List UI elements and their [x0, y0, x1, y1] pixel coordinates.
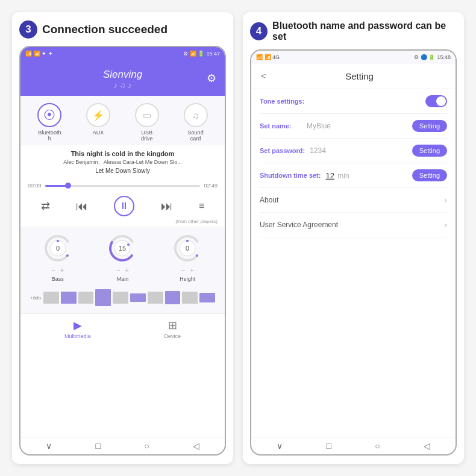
- left-panel-header: 3 Connection succeeded: [19, 20, 226, 39]
- aux-icon: ⚡: [86, 103, 110, 127]
- sys-triangle-btn[interactable]: ◁: [193, 441, 199, 451]
- eq-section: 0 − + Bass: [20, 227, 225, 313]
- r-sys-back-btn[interactable]: ∨: [277, 441, 283, 451]
- user-service-row[interactable]: User Service Agreement ›: [260, 213, 447, 237]
- multimedia-icon: ▶: [74, 319, 82, 332]
- source-sound[interactable]: ♫ Soundcard: [184, 103, 208, 142]
- tone-toggle[interactable]: [425, 95, 447, 107]
- shutdown-value[interactable]: 12 min: [325, 171, 407, 180]
- right-panel: 4 Bluetooth name and password can be set…: [243, 12, 464, 464]
- multimedia-label: Multimedia: [64, 333, 91, 339]
- step-4-circle: 4: [250, 22, 268, 40]
- from-other-label: (from other players): [20, 219, 225, 224]
- bass-minus[interactable]: −: [51, 266, 55, 274]
- now-playing: This night is cold in the kingdom Alec B…: [20, 145, 225, 179]
- right-panel-title: Bluetooth name and password can be set: [272, 20, 457, 42]
- app-header: Sienving ♪ ♫ ♪ ⚙: [20, 60, 225, 96]
- progress-fill: [45, 185, 69, 187]
- usb-label: USBdrive: [141, 130, 153, 142]
- eq-knobs: 0 − + Bass: [25, 233, 220, 282]
- bass-label: Bass: [52, 276, 64, 282]
- set-name-value[interactable]: MyBlue: [307, 122, 407, 130]
- svg-text:0: 0: [56, 245, 60, 252]
- shutdown-time-row: Shutdown time set: 12 min Setting: [260, 163, 447, 188]
- setting-page-title: Setting: [271, 71, 448, 81]
- left-status-bar: 📶 📶 ✦ ✦ ⚙ 📶 🔋 15:47: [20, 47, 225, 60]
- time-total: 02:49: [204, 183, 218, 189]
- setting-header: ＜ Setting: [251, 64, 456, 89]
- playlist-button[interactable]: ≡: [199, 201, 204, 211]
- shutdown-num: 12: [325, 171, 334, 180]
- main-plus[interactable]: +: [125, 266, 128, 274]
- main-knob[interactable]: 15 − + Main: [107, 233, 138, 282]
- svg-text:0: 0: [186, 245, 189, 252]
- settings-content: Tone settings: Set name: MyBlue Setting …: [251, 89, 456, 437]
- bottom-nav: ▶ Multimedia ⊞ Device: [20, 313, 225, 343]
- main-minus[interactable]: −: [116, 266, 120, 274]
- bass-knob[interactable]: 0 − + Bass: [42, 233, 74, 282]
- right-phone-mockup: 📶 📶 4G ⚙ 🔵 🔋 15:48 ＜ Setting Tone settin…: [250, 49, 457, 456]
- progress-dot: [65, 183, 71, 189]
- left-panel-title: Connection succeeded: [42, 23, 168, 36]
- left-time: 15:47: [206, 51, 220, 57]
- source-bluetooth[interactable]: ⦿ Bluetoothh: [37, 103, 61, 142]
- main-label: Main: [117, 276, 129, 282]
- source-usb[interactable]: ▭ USBdrive: [135, 103, 159, 142]
- time-current: 00:09: [28, 183, 42, 189]
- set-password-btn[interactable]: Setting: [412, 145, 447, 157]
- right-panel-header: 4 Bluetooth name and password can be set: [250, 20, 457, 42]
- tone-label: Tone settings:: [260, 98, 304, 105]
- app-logo: Sienving: [103, 69, 142, 81]
- play-pause-button[interactable]: ⏸: [114, 196, 134, 216]
- settings-gear-icon[interactable]: ⚙: [207, 72, 216, 85]
- track-title: This night is cold in the kingdom: [28, 150, 218, 157]
- height-label: Height: [180, 276, 195, 282]
- eq-bar[interactable]: [43, 286, 215, 310]
- prev-button[interactable]: ⏮: [76, 199, 88, 213]
- sound-icon: ♫: [184, 103, 208, 127]
- track-sub: Alec Benjamin、Alessia Cara-Let Me Down S…: [28, 158, 218, 166]
- source-row: ⦿ Bluetoothh ⚡ AUX ▭ USBdrive ♫ Soundcar…: [20, 96, 225, 145]
- bluetooth-label: Bluetoothh: [38, 130, 61, 142]
- music-notes-deco: ♪ ♫ ♪: [103, 81, 142, 90]
- shuffle-button[interactable]: ⇄: [41, 199, 50, 213]
- usb-icon: ▭: [135, 103, 159, 127]
- toggle-dot: [436, 96, 446, 106]
- r-sys-triangle-btn[interactable]: ◁: [424, 441, 430, 451]
- right-status-bar: 📶 📶 4G ⚙ 🔵 🔋 15:48: [251, 51, 456, 64]
- r-sys-home-btn[interactable]: □: [326, 441, 331, 451]
- left-panel: 3 Connection succeeded 📶 📶 ✦ ✦ ⚙ 📶 🔋 15:…: [12, 12, 233, 464]
- sound-label: Soundcard: [188, 130, 204, 142]
- height-minus[interactable]: −: [181, 266, 185, 274]
- source-aux[interactable]: ⚡ AUX: [86, 103, 110, 142]
- set-password-value[interactable]: 1234: [310, 146, 407, 155]
- step-3-circle: 3: [19, 20, 37, 39]
- height-plus[interactable]: +: [190, 266, 193, 274]
- sys-home-btn[interactable]: □: [95, 441, 100, 451]
- left-phone-mockup: 📶 📶 ✦ ✦ ⚙ 📶 🔋 15:47 Sienving ♪ ♫ ♪ ⚙: [19, 46, 226, 456]
- r-sys-circle-btn[interactable]: ○: [375, 441, 380, 451]
- track-sub2: Let Me Down Slowly: [28, 168, 218, 174]
- height-knob[interactable]: 0 − + Height: [172, 233, 203, 282]
- about-row[interactable]: About ›: [260, 188, 447, 213]
- progress-track[interactable]: [45, 185, 201, 187]
- user-service-label: User Service Agreement: [260, 221, 444, 229]
- nav-device[interactable]: ⊞ Device: [164, 319, 181, 339]
- sys-circle-btn[interactable]: ○: [144, 441, 149, 451]
- back-button[interactable]: ＜: [258, 70, 268, 83]
- right-sys-nav: ∨ □ ○ ◁: [251, 437, 456, 454]
- nav-multimedia[interactable]: ▶ Multimedia: [64, 319, 91, 339]
- right-time: 15:48: [437, 54, 451, 60]
- set-name-btn[interactable]: Setting: [412, 120, 447, 132]
- shutdown-btn[interactable]: Setting: [412, 169, 447, 181]
- set-name-row: Set name: MyBlue Setting: [260, 114, 447, 139]
- about-label: About: [260, 196, 444, 204]
- bass-plus[interactable]: +: [60, 266, 64, 274]
- svg-text:15: 15: [119, 245, 126, 252]
- set-name-label: Set name:: [260, 122, 302, 130]
- next-button[interactable]: ⏭: [161, 199, 173, 213]
- progress-bar[interactable]: 00:09 02:49: [20, 179, 225, 192]
- svg-point-4: [57, 240, 59, 242]
- shutdown-unit: min: [337, 172, 349, 180]
- sys-back-btn[interactable]: ∨: [46, 441, 52, 451]
